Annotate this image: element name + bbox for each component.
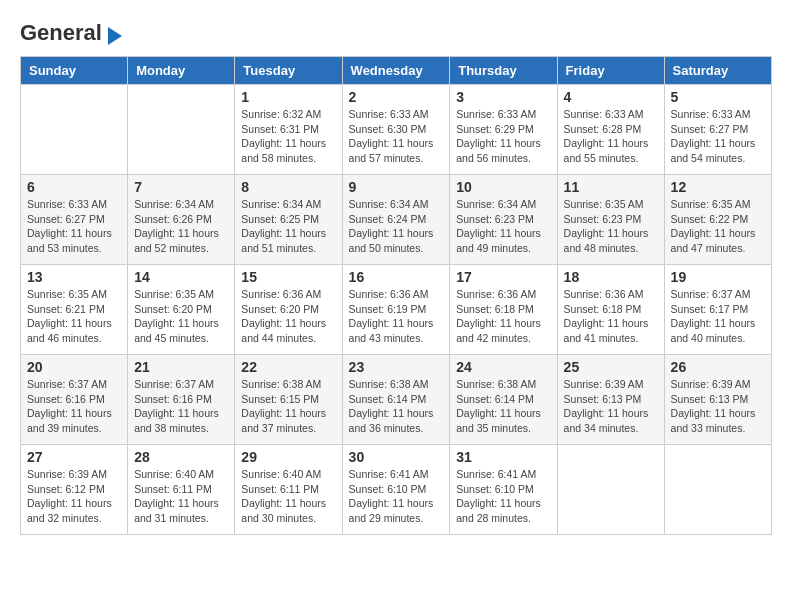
day-info: Sunrise: 6:39 AM Sunset: 6:13 PM Dayligh… bbox=[564, 377, 658, 436]
day-of-week-header: Saturday bbox=[664, 57, 771, 85]
day-of-week-header: Tuesday bbox=[235, 57, 342, 85]
calendar-cell bbox=[557, 445, 664, 535]
day-info: Sunrise: 6:41 AM Sunset: 6:10 PM Dayligh… bbox=[456, 467, 550, 526]
day-number: 29 bbox=[241, 449, 335, 465]
calendar-cell bbox=[21, 85, 128, 175]
calendar-cell: 9Sunrise: 6:34 AM Sunset: 6:24 PM Daylig… bbox=[342, 175, 450, 265]
calendar-cell bbox=[664, 445, 771, 535]
calendar-cell: 21Sunrise: 6:37 AM Sunset: 6:16 PM Dayli… bbox=[128, 355, 235, 445]
calendar-cell: 11Sunrise: 6:35 AM Sunset: 6:23 PM Dayli… bbox=[557, 175, 664, 265]
day-number: 22 bbox=[241, 359, 335, 375]
calendar-week-row: 13Sunrise: 6:35 AM Sunset: 6:21 PM Dayli… bbox=[21, 265, 772, 355]
day-info: Sunrise: 6:36 AM Sunset: 6:19 PM Dayligh… bbox=[349, 287, 444, 346]
day-info: Sunrise: 6:33 AM Sunset: 6:29 PM Dayligh… bbox=[456, 107, 550, 166]
calendar-cell: 2Sunrise: 6:33 AM Sunset: 6:30 PM Daylig… bbox=[342, 85, 450, 175]
day-number: 25 bbox=[564, 359, 658, 375]
calendar-cell: 20Sunrise: 6:37 AM Sunset: 6:16 PM Dayli… bbox=[21, 355, 128, 445]
day-info: Sunrise: 6:38 AM Sunset: 6:15 PM Dayligh… bbox=[241, 377, 335, 436]
day-info: Sunrise: 6:39 AM Sunset: 6:12 PM Dayligh… bbox=[27, 467, 121, 526]
day-number: 13 bbox=[27, 269, 121, 285]
day-number: 15 bbox=[241, 269, 335, 285]
day-info: Sunrise: 6:34 AM Sunset: 6:25 PM Dayligh… bbox=[241, 197, 335, 256]
calendar-cell: 24Sunrise: 6:38 AM Sunset: 6:14 PM Dayli… bbox=[450, 355, 557, 445]
page-header: General bbox=[20, 20, 772, 46]
calendar-week-row: 27Sunrise: 6:39 AM Sunset: 6:12 PM Dayli… bbox=[21, 445, 772, 535]
day-info: Sunrise: 6:40 AM Sunset: 6:11 PM Dayligh… bbox=[241, 467, 335, 526]
day-number: 10 bbox=[456, 179, 550, 195]
day-number: 31 bbox=[456, 449, 550, 465]
day-number: 24 bbox=[456, 359, 550, 375]
calendar-cell: 22Sunrise: 6:38 AM Sunset: 6:15 PM Dayli… bbox=[235, 355, 342, 445]
calendar-cell: 4Sunrise: 6:33 AM Sunset: 6:28 PM Daylig… bbox=[557, 85, 664, 175]
day-of-week-header: Monday bbox=[128, 57, 235, 85]
day-number: 6 bbox=[27, 179, 121, 195]
day-of-week-header: Thursday bbox=[450, 57, 557, 85]
day-info: Sunrise: 6:34 AM Sunset: 6:23 PM Dayligh… bbox=[456, 197, 550, 256]
calendar-cell: 8Sunrise: 6:34 AM Sunset: 6:25 PM Daylig… bbox=[235, 175, 342, 265]
day-info: Sunrise: 6:34 AM Sunset: 6:24 PM Dayligh… bbox=[349, 197, 444, 256]
day-info: Sunrise: 6:37 AM Sunset: 6:16 PM Dayligh… bbox=[134, 377, 228, 436]
calendar-cell: 31Sunrise: 6:41 AM Sunset: 6:10 PM Dayli… bbox=[450, 445, 557, 535]
calendar-cell: 13Sunrise: 6:35 AM Sunset: 6:21 PM Dayli… bbox=[21, 265, 128, 355]
day-number: 20 bbox=[27, 359, 121, 375]
calendar-cell: 19Sunrise: 6:37 AM Sunset: 6:17 PM Dayli… bbox=[664, 265, 771, 355]
day-number: 8 bbox=[241, 179, 335, 195]
calendar-cell: 16Sunrise: 6:36 AM Sunset: 6:19 PM Dayli… bbox=[342, 265, 450, 355]
day-number: 14 bbox=[134, 269, 228, 285]
day-number: 4 bbox=[564, 89, 658, 105]
calendar-cell: 23Sunrise: 6:38 AM Sunset: 6:14 PM Dayli… bbox=[342, 355, 450, 445]
day-info: Sunrise: 6:35 AM Sunset: 6:23 PM Dayligh… bbox=[564, 197, 658, 256]
day-info: Sunrise: 6:40 AM Sunset: 6:11 PM Dayligh… bbox=[134, 467, 228, 526]
calendar-cell bbox=[128, 85, 235, 175]
day-info: Sunrise: 6:33 AM Sunset: 6:27 PM Dayligh… bbox=[671, 107, 765, 166]
day-of-week-header: Wednesday bbox=[342, 57, 450, 85]
day-number: 30 bbox=[349, 449, 444, 465]
day-number: 18 bbox=[564, 269, 658, 285]
day-number: 27 bbox=[27, 449, 121, 465]
day-number: 1 bbox=[241, 89, 335, 105]
calendar-cell: 6Sunrise: 6:33 AM Sunset: 6:27 PM Daylig… bbox=[21, 175, 128, 265]
day-info: Sunrise: 6:33 AM Sunset: 6:28 PM Dayligh… bbox=[564, 107, 658, 166]
day-number: 5 bbox=[671, 89, 765, 105]
calendar-cell: 12Sunrise: 6:35 AM Sunset: 6:22 PM Dayli… bbox=[664, 175, 771, 265]
day-number: 26 bbox=[671, 359, 765, 375]
day-of-week-header: Friday bbox=[557, 57, 664, 85]
day-number: 28 bbox=[134, 449, 228, 465]
day-info: Sunrise: 6:37 AM Sunset: 6:17 PM Dayligh… bbox=[671, 287, 765, 346]
calendar-cell: 25Sunrise: 6:39 AM Sunset: 6:13 PM Dayli… bbox=[557, 355, 664, 445]
calendar-cell: 5Sunrise: 6:33 AM Sunset: 6:27 PM Daylig… bbox=[664, 85, 771, 175]
calendar-cell: 7Sunrise: 6:34 AM Sunset: 6:26 PM Daylig… bbox=[128, 175, 235, 265]
day-info: Sunrise: 6:36 AM Sunset: 6:20 PM Dayligh… bbox=[241, 287, 335, 346]
day-info: Sunrise: 6:35 AM Sunset: 6:22 PM Dayligh… bbox=[671, 197, 765, 256]
day-number: 23 bbox=[349, 359, 444, 375]
day-info: Sunrise: 6:41 AM Sunset: 6:10 PM Dayligh… bbox=[349, 467, 444, 526]
calendar-cell: 28Sunrise: 6:40 AM Sunset: 6:11 PM Dayli… bbox=[128, 445, 235, 535]
day-info: Sunrise: 6:36 AM Sunset: 6:18 PM Dayligh… bbox=[456, 287, 550, 346]
calendar-cell: 27Sunrise: 6:39 AM Sunset: 6:12 PM Dayli… bbox=[21, 445, 128, 535]
day-number: 7 bbox=[134, 179, 228, 195]
day-info: Sunrise: 6:33 AM Sunset: 6:27 PM Dayligh… bbox=[27, 197, 121, 256]
calendar-cell: 1Sunrise: 6:32 AM Sunset: 6:31 PM Daylig… bbox=[235, 85, 342, 175]
day-info: Sunrise: 6:35 AM Sunset: 6:20 PM Dayligh… bbox=[134, 287, 228, 346]
day-number: 11 bbox=[564, 179, 658, 195]
calendar-cell: 14Sunrise: 6:35 AM Sunset: 6:20 PM Dayli… bbox=[128, 265, 235, 355]
logo-arrow-icon bbox=[108, 27, 122, 45]
day-number: 9 bbox=[349, 179, 444, 195]
day-number: 21 bbox=[134, 359, 228, 375]
calendar-cell: 29Sunrise: 6:40 AM Sunset: 6:11 PM Dayli… bbox=[235, 445, 342, 535]
calendar-week-row: 6Sunrise: 6:33 AM Sunset: 6:27 PM Daylig… bbox=[21, 175, 772, 265]
calendar-cell: 30Sunrise: 6:41 AM Sunset: 6:10 PM Dayli… bbox=[342, 445, 450, 535]
day-info: Sunrise: 6:36 AM Sunset: 6:18 PM Dayligh… bbox=[564, 287, 658, 346]
day-number: 12 bbox=[671, 179, 765, 195]
day-number: 2 bbox=[349, 89, 444, 105]
calendar-header-row: SundayMondayTuesdayWednesdayThursdayFrid… bbox=[21, 57, 772, 85]
day-info: Sunrise: 6:32 AM Sunset: 6:31 PM Dayligh… bbox=[241, 107, 335, 166]
calendar-cell: 18Sunrise: 6:36 AM Sunset: 6:18 PM Dayli… bbox=[557, 265, 664, 355]
day-info: Sunrise: 6:38 AM Sunset: 6:14 PM Dayligh… bbox=[456, 377, 550, 436]
day-info: Sunrise: 6:37 AM Sunset: 6:16 PM Dayligh… bbox=[27, 377, 121, 436]
calendar-table: SundayMondayTuesdayWednesdayThursdayFrid… bbox=[20, 56, 772, 535]
day-info: Sunrise: 6:38 AM Sunset: 6:14 PM Dayligh… bbox=[349, 377, 444, 436]
logo-general: General bbox=[20, 20, 102, 45]
calendar-cell: 26Sunrise: 6:39 AM Sunset: 6:13 PM Dayli… bbox=[664, 355, 771, 445]
day-info: Sunrise: 6:39 AM Sunset: 6:13 PM Dayligh… bbox=[671, 377, 765, 436]
